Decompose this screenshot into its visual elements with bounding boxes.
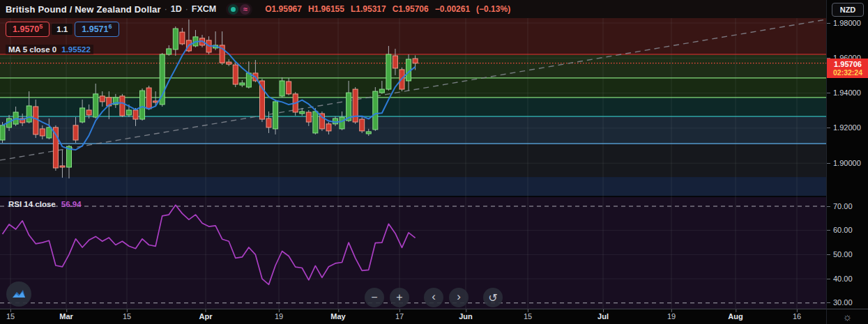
timeframe-selector[interactable]: 1D bbox=[171, 4, 182, 14]
time-axis[interactable]: 15Mar15Apr19May17Jun15Jul19Aug16 bbox=[0, 309, 826, 324]
rsi-tick-label: 70.00 bbox=[833, 202, 853, 210]
candle-down bbox=[146, 88, 151, 109]
time-axis-label: 19 bbox=[275, 312, 283, 321]
candle-down bbox=[33, 107, 38, 134]
rsi-tick-label: 40.00 bbox=[833, 275, 853, 283]
pane-separator bbox=[0, 196, 826, 197]
reset-arrow-icon: ↺ bbox=[488, 291, 497, 304]
candle-down bbox=[120, 96, 125, 116]
time-axis-label: 15 bbox=[123, 312, 131, 321]
minus-icon: − bbox=[371, 291, 377, 304]
price-tick-label: 1.92000 bbox=[833, 123, 861, 132]
candle-up bbox=[379, 89, 384, 93]
trade-panel: 1.95705 1.1 1.95716 bbox=[6, 22, 119, 37]
market-open-status-icon bbox=[228, 4, 238, 15]
brightness-sun-icon: ☼ bbox=[843, 311, 853, 323]
rsi-indicator-legend: RSI 14 close 56.94 bbox=[6, 199, 84, 209]
candle-up bbox=[300, 111, 305, 114]
last-price-value: 1.95706 bbox=[834, 60, 862, 68]
candle-up bbox=[140, 91, 145, 119]
candle-up bbox=[366, 132, 371, 134]
chart-header: British Pound / New Zealand Dollar · 1D … bbox=[0, 0, 826, 18]
candle-up bbox=[313, 111, 318, 133]
candle-up bbox=[347, 93, 351, 121]
reset-chart-button[interactable]: ↺ bbox=[483, 288, 503, 307]
candle-up bbox=[246, 73, 251, 87]
price-zone bbox=[0, 78, 826, 98]
zoom-in-button[interactable]: + bbox=[390, 288, 409, 307]
sell-button[interactable]: 1.95705 bbox=[6, 22, 50, 37]
header-separator: · bbox=[185, 4, 188, 14]
price-zone bbox=[0, 144, 826, 177]
candle-up bbox=[0, 125, 5, 140]
rsi-tick-label: 60.00 bbox=[833, 226, 853, 234]
time-axis-label: 15 bbox=[524, 312, 532, 321]
candle-down bbox=[180, 32, 185, 44]
symbol-status-pill[interactable]: ≈ bbox=[226, 3, 252, 16]
exchange-label: FXCM bbox=[192, 4, 216, 14]
symbol-title[interactable]: British Pound / New Zealand Dollar bbox=[6, 4, 161, 15]
candle-down bbox=[100, 96, 105, 102]
rsi-tick-label: 50.00 bbox=[833, 250, 853, 259]
currency-button[interactable]: NZD bbox=[832, 3, 864, 17]
open-value: O1.95967 bbox=[265, 4, 302, 14]
candle-down bbox=[227, 62, 231, 64]
price-tick-label: 1.90000 bbox=[833, 159, 861, 167]
plus-icon: + bbox=[396, 291, 402, 304]
time-axis-label: Jul bbox=[597, 312, 609, 321]
theme-toggle-button[interactable]: ☼ bbox=[843, 311, 853, 322]
candle-up bbox=[126, 110, 131, 115]
chevron-right-icon: › bbox=[457, 290, 461, 304]
time-axis-label: Aug bbox=[728, 312, 743, 321]
candle-up bbox=[280, 81, 284, 96]
time-axis-label: 17 bbox=[395, 312, 404, 321]
price-zone bbox=[0, 177, 826, 196]
scroll-right-button[interactable]: › bbox=[449, 288, 469, 307]
price-zone bbox=[0, 116, 826, 144]
time-axis-label: 19 bbox=[667, 312, 676, 321]
cfd-symbol-icon: ≈ bbox=[240, 4, 250, 15]
pane-maximize-button[interactable] bbox=[6, 281, 31, 307]
candle-up bbox=[93, 94, 98, 117]
buy-button[interactable]: 1.95716 bbox=[75, 22, 119, 37]
rsi-legend-value: 56.94 bbox=[61, 200, 82, 208]
header-separator: · bbox=[165, 4, 167, 14]
ohlc-values: O1.95967 H1.96155 L1.95317 C1.95706 −0.0… bbox=[265, 4, 510, 14]
time-axis-label: 16 bbox=[793, 312, 801, 321]
candle-down bbox=[133, 110, 138, 119]
high-value: H1.96155 bbox=[308, 4, 344, 14]
candle-down bbox=[287, 82, 291, 94]
last-price-label: 1.95706 02:32:24 bbox=[827, 59, 868, 78]
rsi-legend-label[interactable]: RSI 14 close bbox=[8, 200, 56, 208]
rsi-tick-label: 30.00 bbox=[833, 298, 853, 307]
price-tick-label: 1.94000 bbox=[833, 88, 861, 97]
candle-up bbox=[80, 108, 85, 122]
ma-legend-label[interactable]: MA 5 close 0 bbox=[8, 45, 56, 54]
price-tick-label: 1.98000 bbox=[833, 19, 861, 27]
candle-down bbox=[413, 59, 418, 63]
scroll-left-button[interactable]: ‹ bbox=[424, 288, 443, 307]
close-value: C1.95706 bbox=[393, 4, 429, 14]
candle-up bbox=[26, 106, 31, 122]
candle-down bbox=[306, 112, 311, 122]
axis-corner: ☼ bbox=[826, 309, 868, 324]
candle-down bbox=[60, 166, 65, 167]
trading-chart-app: British Pound / New Zealand Dollar · 1D … bbox=[0, 0, 868, 324]
candle-down bbox=[393, 56, 397, 68]
candle-up bbox=[373, 91, 378, 130]
price-axis[interactable]: NZD 1.980001.960001.940001.920001.900007… bbox=[826, 0, 868, 309]
zoom-out-button[interactable]: − bbox=[365, 288, 384, 307]
time-axis-label: Mar bbox=[59, 312, 73, 321]
ma-indicator-legend: MA 5 close 0 1.95522 bbox=[6, 45, 93, 54]
candle-down bbox=[326, 124, 331, 131]
change-percent: (−0.13%) bbox=[476, 4, 510, 14]
change-value: −0.00261 bbox=[435, 4, 470, 14]
area-chart-icon bbox=[11, 286, 26, 302]
chart-canvas[interactable] bbox=[0, 0, 868, 324]
candle-up bbox=[333, 118, 338, 124]
time-axis-label: Apr bbox=[199, 312, 213, 321]
candle-up bbox=[167, 49, 172, 54]
candle-up bbox=[273, 102, 278, 129]
candle-up bbox=[340, 117, 344, 129]
chart-navigation-toolbar: − + ‹ › ↺ bbox=[365, 288, 503, 307]
